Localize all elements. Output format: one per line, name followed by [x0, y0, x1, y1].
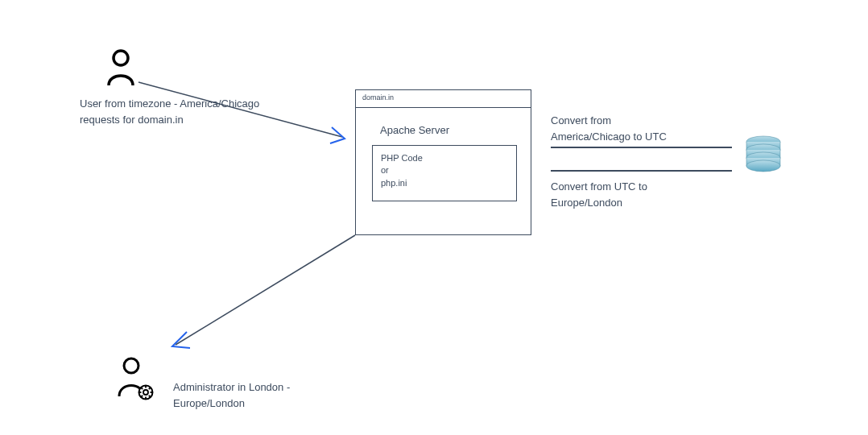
svg-line-13: [142, 396, 143, 397]
svg-point-17: [746, 160, 780, 172]
svg-line-12: [149, 388, 151, 390]
hline-top: [551, 147, 732, 148]
hline-bottom: [551, 170, 732, 172]
admin-icon: [115, 356, 154, 401]
convert2-label: Convert from UTC to Europe/London: [551, 179, 647, 210]
svg-point-3: [124, 358, 138, 373]
database-icon: [742, 134, 784, 176]
admin-label: Administrator in London - Europe/London: [173, 379, 290, 411]
convert1-label: Convert from America/Chicago to UTC: [551, 113, 667, 144]
svg-line-2: [176, 235, 355, 345]
svg-line-11: [149, 396, 151, 397]
svg-line-10: [142, 388, 143, 390]
